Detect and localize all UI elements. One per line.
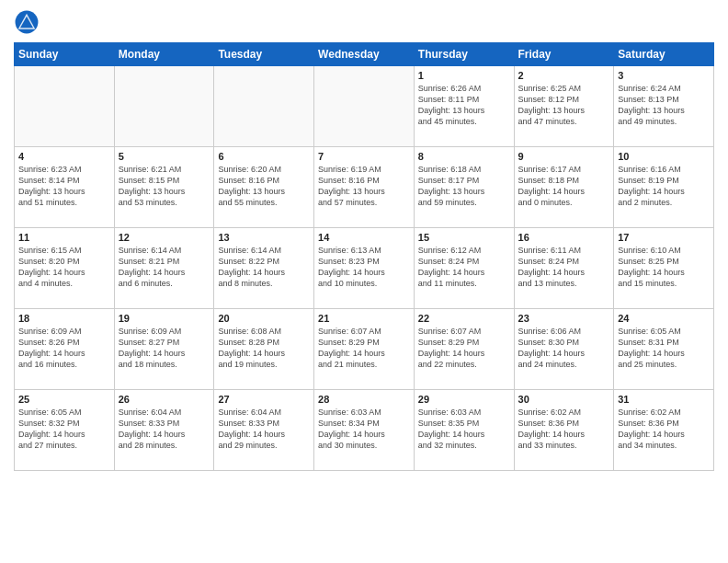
- day-number: 9: [518, 151, 610, 162]
- day-info: Sunrise: 6:15 AM Sunset: 8:20 PM Dayligh…: [18, 245, 110, 290]
- day-info: Sunrise: 6:07 AM Sunset: 8:29 PM Dayligh…: [318, 326, 410, 371]
- day-number: 6: [218, 151, 310, 162]
- calendar-cell: 14Sunrise: 6:13 AM Sunset: 8:23 PM Dayli…: [314, 228, 415, 309]
- day-number: 28: [318, 394, 410, 405]
- day-info: Sunrise: 6:11 AM Sunset: 8:24 PM Dayligh…: [518, 245, 610, 290]
- day-header-tuesday: Tuesday: [214, 43, 314, 66]
- day-info: Sunrise: 6:02 AM Sunset: 8:36 PM Dayligh…: [618, 407, 710, 452]
- calendar-cell: [314, 66, 415, 147]
- calendar-week-4: 18Sunrise: 6:09 AM Sunset: 8:26 PM Dayli…: [15, 309, 714, 390]
- calendar-week-5: 25Sunrise: 6:05 AM Sunset: 8:32 PM Dayli…: [15, 390, 714, 471]
- day-number: 4: [18, 151, 110, 162]
- calendar-cell: 22Sunrise: 6:07 AM Sunset: 8:29 PM Dayli…: [414, 309, 514, 390]
- calendar: SundayMondayTuesdayWednesdayThursdayFrid…: [14, 42, 714, 471]
- calendar-week-3: 11Sunrise: 6:15 AM Sunset: 8:20 PM Dayli…: [15, 228, 714, 309]
- day-info: Sunrise: 6:14 AM Sunset: 8:21 PM Dayligh…: [119, 245, 210, 290]
- calendar-cell: [114, 66, 214, 147]
- day-info: Sunrise: 6:26 AM Sunset: 8:11 PM Dayligh…: [418, 83, 510, 128]
- calendar-cell: [15, 66, 115, 147]
- day-number: 3: [618, 70, 710, 81]
- calendar-cell: [214, 66, 314, 147]
- day-info: Sunrise: 6:23 AM Sunset: 8:14 PM Dayligh…: [18, 164, 110, 209]
- calendar-cell: 19Sunrise: 6:09 AM Sunset: 8:27 PM Dayli…: [114, 309, 214, 390]
- day-number: 31: [618, 394, 710, 405]
- day-info: Sunrise: 6:17 AM Sunset: 8:18 PM Dayligh…: [518, 164, 610, 209]
- day-number: 15: [418, 232, 510, 243]
- day-info: Sunrise: 6:20 AM Sunset: 8:16 PM Dayligh…: [218, 164, 310, 209]
- day-number: 14: [318, 232, 410, 243]
- logo: [14, 9, 43, 35]
- day-info: Sunrise: 6:10 AM Sunset: 8:25 PM Dayligh…: [618, 245, 710, 290]
- calendar-cell: 25Sunrise: 6:05 AM Sunset: 8:32 PM Dayli…: [15, 390, 115, 471]
- calendar-cell: 10Sunrise: 6:16 AM Sunset: 8:19 PM Dayli…: [614, 147, 714, 228]
- day-info: Sunrise: 6:05 AM Sunset: 8:31 PM Dayligh…: [618, 326, 710, 371]
- day-info: Sunrise: 6:03 AM Sunset: 8:34 PM Dayligh…: [318, 407, 410, 452]
- calendar-cell: 9Sunrise: 6:17 AM Sunset: 8:18 PM Daylig…: [514, 147, 614, 228]
- calendar-cell: 8Sunrise: 6:18 AM Sunset: 8:17 PM Daylig…: [414, 147, 514, 228]
- day-header-sunday: Sunday: [15, 43, 115, 66]
- calendar-cell: 6Sunrise: 6:20 AM Sunset: 8:16 PM Daylig…: [214, 147, 314, 228]
- calendar-cell: 30Sunrise: 6:02 AM Sunset: 8:36 PM Dayli…: [514, 390, 614, 471]
- day-number: 29: [418, 394, 510, 405]
- day-info: Sunrise: 6:24 AM Sunset: 8:13 PM Dayligh…: [618, 83, 710, 128]
- calendar-week-1: 1Sunrise: 6:26 AM Sunset: 8:11 PM Daylig…: [15, 66, 714, 147]
- day-info: Sunrise: 6:16 AM Sunset: 8:19 PM Dayligh…: [618, 164, 710, 209]
- calendar-cell: 5Sunrise: 6:21 AM Sunset: 8:15 PM Daylig…: [114, 147, 214, 228]
- calendar-cell: 16Sunrise: 6:11 AM Sunset: 8:24 PM Dayli…: [514, 228, 614, 309]
- day-info: Sunrise: 6:14 AM Sunset: 8:22 PM Dayligh…: [218, 245, 310, 290]
- day-number: 8: [418, 151, 510, 162]
- day-number: 10: [618, 151, 710, 162]
- calendar-cell: 17Sunrise: 6:10 AM Sunset: 8:25 PM Dayli…: [614, 228, 714, 309]
- day-header-wednesday: Wednesday: [314, 43, 415, 66]
- day-info: Sunrise: 6:04 AM Sunset: 8:33 PM Dayligh…: [218, 407, 310, 452]
- page-header: [14, 9, 714, 35]
- day-number: 27: [218, 394, 310, 405]
- day-number: 30: [518, 394, 610, 405]
- day-number: 1: [418, 70, 510, 81]
- day-number: 17: [618, 232, 710, 243]
- day-header-friday: Friday: [514, 43, 614, 66]
- calendar-cell: 18Sunrise: 6:09 AM Sunset: 8:26 PM Dayli…: [15, 309, 115, 390]
- day-number: 18: [18, 313, 110, 324]
- day-number: 24: [618, 313, 710, 324]
- day-number: 16: [518, 232, 610, 243]
- calendar-cell: 13Sunrise: 6:14 AM Sunset: 8:22 PM Dayli…: [214, 228, 314, 309]
- day-info: Sunrise: 6:03 AM Sunset: 8:35 PM Dayligh…: [418, 407, 510, 452]
- day-number: 11: [18, 232, 110, 243]
- day-info: Sunrise: 6:21 AM Sunset: 8:15 PM Dayligh…: [119, 164, 210, 209]
- logo-icon: [14, 9, 40, 35]
- calendar-cell: 15Sunrise: 6:12 AM Sunset: 8:24 PM Dayli…: [414, 228, 514, 309]
- calendar-cell: 4Sunrise: 6:23 AM Sunset: 8:14 PM Daylig…: [15, 147, 115, 228]
- day-info: Sunrise: 6:02 AM Sunset: 8:36 PM Dayligh…: [518, 407, 610, 452]
- day-number: 26: [119, 394, 210, 405]
- day-info: Sunrise: 6:25 AM Sunset: 8:12 PM Dayligh…: [518, 83, 610, 128]
- day-number: 7: [318, 151, 410, 162]
- day-header-saturday: Saturday: [614, 43, 714, 66]
- calendar-cell: 1Sunrise: 6:26 AM Sunset: 8:11 PM Daylig…: [414, 66, 514, 147]
- day-info: Sunrise: 6:07 AM Sunset: 8:29 PM Dayligh…: [418, 326, 510, 371]
- calendar-cell: 11Sunrise: 6:15 AM Sunset: 8:20 PM Dayli…: [15, 228, 115, 309]
- calendar-cell: 26Sunrise: 6:04 AM Sunset: 8:33 PM Dayli…: [114, 390, 214, 471]
- calendar-cell: 21Sunrise: 6:07 AM Sunset: 8:29 PM Dayli…: [314, 309, 415, 390]
- day-info: Sunrise: 6:18 AM Sunset: 8:17 PM Dayligh…: [418, 164, 510, 209]
- day-info: Sunrise: 6:06 AM Sunset: 8:30 PM Dayligh…: [518, 326, 610, 371]
- calendar-cell: 29Sunrise: 6:03 AM Sunset: 8:35 PM Dayli…: [414, 390, 514, 471]
- day-header-monday: Monday: [114, 43, 214, 66]
- day-number: 21: [318, 313, 410, 324]
- day-number: 23: [518, 313, 610, 324]
- day-info: Sunrise: 6:19 AM Sunset: 8:16 PM Dayligh…: [318, 164, 410, 209]
- day-info: Sunrise: 6:12 AM Sunset: 8:24 PM Dayligh…: [418, 245, 510, 290]
- day-number: 25: [18, 394, 110, 405]
- calendar-cell: 24Sunrise: 6:05 AM Sunset: 8:31 PM Dayli…: [614, 309, 714, 390]
- day-number: 12: [119, 232, 210, 243]
- day-info: Sunrise: 6:04 AM Sunset: 8:33 PM Dayligh…: [119, 407, 210, 452]
- calendar-cell: 27Sunrise: 6:04 AM Sunset: 8:33 PM Dayli…: [214, 390, 314, 471]
- day-number: 19: [119, 313, 210, 324]
- calendar-cell: 28Sunrise: 6:03 AM Sunset: 8:34 PM Dayli…: [314, 390, 415, 471]
- calendar-cell: 31Sunrise: 6:02 AM Sunset: 8:36 PM Dayli…: [614, 390, 714, 471]
- calendar-cell: 2Sunrise: 6:25 AM Sunset: 8:12 PM Daylig…: [514, 66, 614, 147]
- day-number: 13: [218, 232, 310, 243]
- day-info: Sunrise: 6:09 AM Sunset: 8:27 PM Dayligh…: [119, 326, 210, 371]
- calendar-week-2: 4Sunrise: 6:23 AM Sunset: 8:14 PM Daylig…: [15, 147, 714, 228]
- day-number: 22: [418, 313, 510, 324]
